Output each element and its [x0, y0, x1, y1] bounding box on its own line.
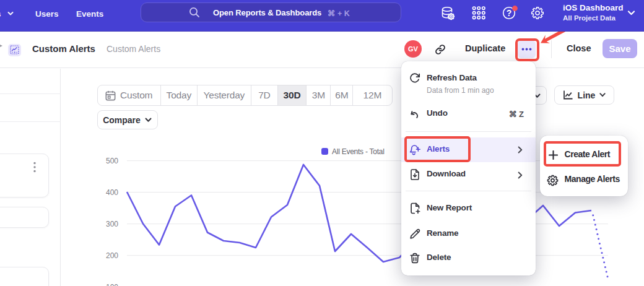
- svg-text:?: ?: [507, 8, 512, 18]
